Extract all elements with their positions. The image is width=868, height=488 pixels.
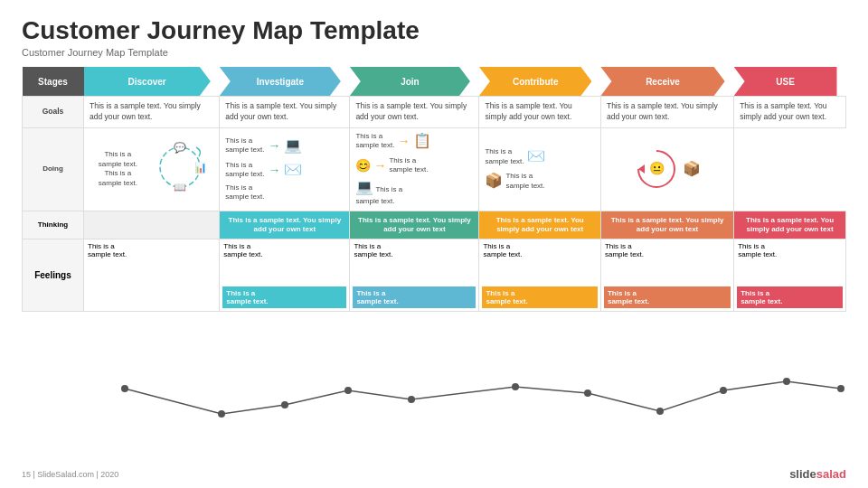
doing-use-icon-group: 😐 [634, 146, 679, 192]
doing-investigate-row1: This is asample text. → 💻 [225, 136, 344, 155]
stage-use-arrow: USE [734, 67, 837, 96]
doing-receive-icon1: ✉️ [527, 147, 545, 166]
doing-discover-inner: This is asample text. This is asample te… [90, 138, 213, 200]
goals-contribute: This is a sample text. You simply add yo… [479, 97, 601, 128]
doing-contribute: This is asample text. → 📋 😊 → This is as… [350, 127, 479, 211]
doing-investigate-text3-wrap: This is asample text. [225, 183, 344, 202]
doing-contribute-inner: This is asample text. → 📋 😊 → This is as… [355, 132, 473, 207]
thinking-join: This is a sample text. You simply add yo… [350, 211, 479, 239]
feelings-investigate-top: This is asample text. [223, 242, 262, 258]
stage-contribute-arrow: Contribute [479, 67, 592, 96]
doing-receive-text1: This is asample text. [485, 147, 524, 166]
feelings-row: Feelings This is asample text. This is a… [23, 239, 846, 312]
doing-investigate-inner: This is asample text. → 💻 This is asampl… [225, 136, 344, 202]
doing-use-svg: 😐 [634, 146, 679, 192]
doing-contribute-text3-wrap: 💻 This is asample text. [355, 178, 473, 206]
stage-join: Join [350, 67, 479, 97]
goals-label: Goals [23, 97, 84, 128]
feelings-receive-top: This is asample text. [605, 242, 644, 258]
doing-receive: This is asample text. ✉️ 📦 This is asamp… [479, 127, 601, 211]
feelings-use-top: This is asample text. [738, 242, 777, 258]
svg-point-6 [121, 385, 128, 392]
doing-investigate-text3: This is asample text. [225, 183, 264, 201]
feelings-contribute: This is asample text. This is asample te… [479, 239, 601, 312]
svg-point-8 [281, 401, 288, 408]
svg-text:💬: 💬 [174, 141, 186, 154]
svg-point-14 [720, 387, 727, 394]
doing-discover-icon-group: 💬 📊 📖 [156, 138, 205, 200]
stage-receive-arrow: Receive [600, 67, 724, 96]
stage-receive: Receive [600, 67, 733, 97]
footer-brand-accent: salad [816, 467, 846, 481]
feelings-join-top: This is asample text. [354, 242, 392, 258]
doing-label: Doing [23, 127, 84, 211]
doing-discover-svg: 💬 📊 📖 [156, 138, 205, 197]
goals-join: This is a sample text. You simply add yo… [350, 97, 479, 128]
feelings-receive-bottom: This is asample text. [604, 286, 731, 308]
footer-right: slidesalad [789, 467, 846, 481]
svg-text:📖: 📖 [174, 181, 186, 193]
thinking-row: Thinking This is a sample text. You simp… [23, 211, 846, 239]
stage-investigate: Investigate [220, 67, 350, 97]
svg-text:📊: 📊 [194, 161, 205, 174]
doing-discover-top-text: This is asample text. [99, 150, 137, 169]
feelings-receive: This is asample text. This is asample te… [600, 239, 733, 312]
stages-label: Stages [23, 67, 84, 97]
doing-investigate-text1: This is asample text. [225, 136, 264, 155]
feelings-join: This is asample text. This is asample te… [350, 239, 479, 312]
stage-use: USE [734, 67, 846, 97]
doing-use: 😐 📦 [600, 127, 733, 211]
feelings-contribute-top: This is asample text. [483, 242, 522, 258]
svg-text:😐: 😐 [649, 161, 665, 176]
slide: Customer Journey Map Template Customer J… [0, 0, 868, 488]
doing-receive-inner: This is asample text. ✉️ 📦 This is asamp… [485, 147, 595, 191]
doing-contribute-row1: This is asample text. → 📋 [355, 132, 473, 151]
svg-point-7 [218, 410, 225, 418]
doing-contribute-row2: 😊 → This is asample text. [355, 156, 473, 175]
svg-point-12 [584, 389, 591, 397]
svg-point-16 [837, 385, 844, 392]
journey-table: Stages Discover Investigate Join Contrib… [22, 67, 846, 312]
feelings-discover: This is asample text. [84, 239, 220, 312]
doing-contribute-arrow2: → [373, 157, 386, 174]
doing-contribute-icon3: 💻 [355, 179, 373, 194]
doing-discover-bottom-text2: This is asample text. [99, 169, 137, 188]
thinking-discover [84, 211, 220, 239]
stage-header-row: Stages Discover Investigate Join Contrib… [23, 67, 846, 97]
doing-contribute-text1: This is asample text. [355, 132, 394, 151]
goals-use: This is a sample text. You simply add yo… [734, 97, 846, 128]
doing-investigate: This is asample text. → 💻 This is asampl… [220, 127, 350, 211]
stage-discover-arrow: Discover [84, 67, 211, 96]
feelings-investigate: This is asample text. This is asample te… [220, 239, 350, 312]
thinking-use: This is a sample text. You simply add yo… [734, 211, 846, 239]
doing-use-inner: 😐 📦 [607, 146, 728, 192]
footer: 15 | SlideSalad.com | 2020 slidesalad [22, 467, 846, 481]
thinking-contribute: This is a sample text. You simply add yo… [479, 211, 601, 239]
doing-use-icon2: 📦 [683, 160, 701, 179]
thinking-label: Thinking [23, 211, 84, 239]
goals-discover: This is a sample text. You simply add yo… [84, 97, 220, 128]
svg-point-15 [783, 378, 790, 385]
doing-receive-row1: This is asample text. ✉️ [485, 147, 595, 166]
doing-receive-row2: 📦 This is asample text. [485, 172, 595, 191]
doing-receive-icon2: 📦 [485, 172, 503, 191]
doing-contribute-icon2: 😊 [355, 157, 371, 174]
thinking-investigate: This is a sample text. You simply add yo… [220, 211, 350, 239]
svg-point-10 [408, 396, 415, 403]
doing-contribute-arrow1: → [398, 133, 410, 149]
doing-contribute-icon1: 📋 [413, 132, 431, 151]
doing-investigate-arrow1: → [268, 137, 280, 154]
doing-investigate-icon2: ✉️ [284, 161, 302, 180]
footer-brand: slidesalad [789, 467, 846, 481]
slide-title: Customer Journey Map Template [22, 16, 846, 45]
feelings-use: This is asample text. This is asample te… [734, 239, 846, 312]
svg-point-9 [344, 387, 352, 394]
doing-investigate-arrow2: → [268, 162, 280, 178]
doing-row: Doing This is asample text. This is asam… [23, 127, 846, 211]
feelings-join-bottom: This is asample text. [353, 286, 476, 308]
stage-contribute: Contribute [479, 67, 601, 97]
doing-discover-left: This is asample text. This is asample te… [99, 150, 137, 188]
feelings-investigate-bottom: This is asample text. [222, 286, 346, 308]
feelings-contribute-bottom: This is asample text. [482, 286, 598, 308]
doing-receive-text2: This is asample text. [505, 172, 544, 191]
